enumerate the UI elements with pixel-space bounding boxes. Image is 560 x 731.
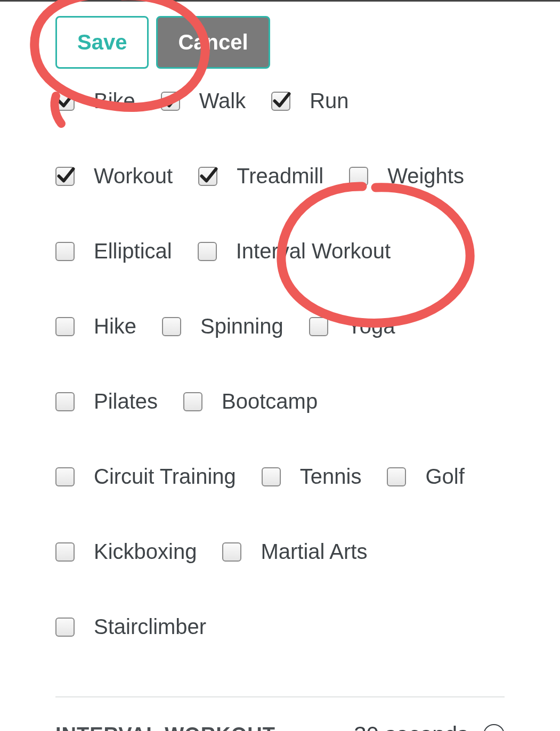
- activity-checkbox[interactable]: Elliptical: [55, 239, 172, 263]
- checkbox-icon[interactable]: [55, 467, 75, 486]
- activity-checkbox[interactable]: Tennis: [262, 465, 362, 489]
- activity-label: Pilates: [94, 389, 158, 413]
- activity-label: Hike: [94, 314, 136, 338]
- checkbox-icon[interactable]: [387, 467, 406, 486]
- activity-checkbox[interactable]: Bike: [55, 89, 135, 113]
- activity-label: Elliptical: [94, 239, 172, 263]
- activity-checkbox[interactable]: Walk: [161, 89, 246, 113]
- activity-label: Kickboxing: [94, 540, 197, 564]
- activity-checkbox[interactable]: Martial Arts: [222, 540, 367, 564]
- activity-checkbox[interactable]: Treadmill: [198, 164, 323, 188]
- checkbox-icon[interactable]: [55, 542, 75, 562]
- checkbox-icon[interactable]: [309, 317, 328, 336]
- activity-checkbox[interactable]: Yoga: [309, 314, 395, 338]
- button-row: Save Cancel: [55, 0, 505, 89]
- top-rule: [0, 0, 560, 2]
- activity-checkbox[interactable]: Bootcamp: [183, 389, 318, 413]
- activity-label: Treadmill: [237, 164, 323, 188]
- activity-label: Walk: [199, 89, 246, 113]
- activity-checkbox[interactable]: Stairclimber: [55, 615, 206, 639]
- checkbox-icon[interactable]: [198, 242, 217, 261]
- activity-label: Run: [310, 89, 348, 113]
- activity-label: Weights: [387, 164, 464, 188]
- activity-label: Bike: [94, 89, 135, 113]
- checkbox-icon[interactable]: [162, 317, 181, 336]
- activity-label: Circuit Training: [94, 465, 236, 489]
- activity-checkbox[interactable]: Golf: [387, 465, 464, 489]
- activity-label: Yoga: [347, 314, 395, 338]
- activity-checkbox[interactable]: Weights: [349, 164, 464, 188]
- chevron-down-icon[interactable]: [483, 724, 505, 731]
- activity-checkbox[interactable]: Kickboxing: [55, 540, 197, 564]
- activity-label: Golf: [425, 465, 464, 489]
- checkbox-icon[interactable]: [349, 167, 368, 186]
- activity-label: Bootcamp: [222, 389, 318, 413]
- activity-label: Spinning: [200, 314, 283, 338]
- checkbox-icon[interactable]: [55, 242, 75, 261]
- activity-label: Stairclimber: [94, 615, 206, 639]
- activity-label: Martial Arts: [261, 540, 367, 564]
- checkbox-icon[interactable]: [271, 92, 290, 111]
- checkbox-icon[interactable]: [183, 392, 202, 411]
- setting-label: INTERVAL WORKOUT: [55, 724, 275, 732]
- activity-label: Workout: [94, 164, 173, 188]
- activity-checkbox[interactable]: Spinning: [162, 314, 283, 338]
- checkbox-icon[interactable]: [161, 92, 180, 111]
- checkbox-icon[interactable]: [55, 618, 75, 637]
- checkbox-icon[interactable]: [55, 167, 75, 186]
- activity-checkbox-area: BikeWalkRunWorkoutTreadmillWeightsEllipt…: [55, 89, 505, 696]
- activity-checkbox[interactable]: Hike: [55, 314, 136, 338]
- checkbox-icon[interactable]: [222, 542, 241, 562]
- checkbox-icon[interactable]: [55, 92, 75, 111]
- checkbox-icon[interactable]: [55, 392, 75, 411]
- activity-label: Tennis: [300, 465, 362, 489]
- cancel-button[interactable]: Cancel: [156, 16, 270, 69]
- activity-checkbox[interactable]: Pilates: [55, 389, 158, 413]
- setting-interval-workout[interactable]: INTERVAL WORKOUT 30 seconds: [55, 697, 505, 731]
- activity-checkbox[interactable]: Run: [271, 89, 348, 113]
- setting-value: 30 seconds: [354, 722, 468, 731]
- activity-label: Interval Workout: [236, 239, 391, 263]
- checkbox-icon[interactable]: [198, 167, 217, 186]
- activity-checkbox[interactable]: Circuit Training: [55, 465, 236, 489]
- activity-checkbox[interactable]: Workout: [55, 164, 173, 188]
- checkbox-icon[interactable]: [55, 317, 75, 336]
- save-button[interactable]: Save: [55, 16, 149, 69]
- checkbox-icon[interactable]: [262, 467, 281, 486]
- activity-checkbox[interactable]: Interval Workout: [198, 239, 391, 263]
